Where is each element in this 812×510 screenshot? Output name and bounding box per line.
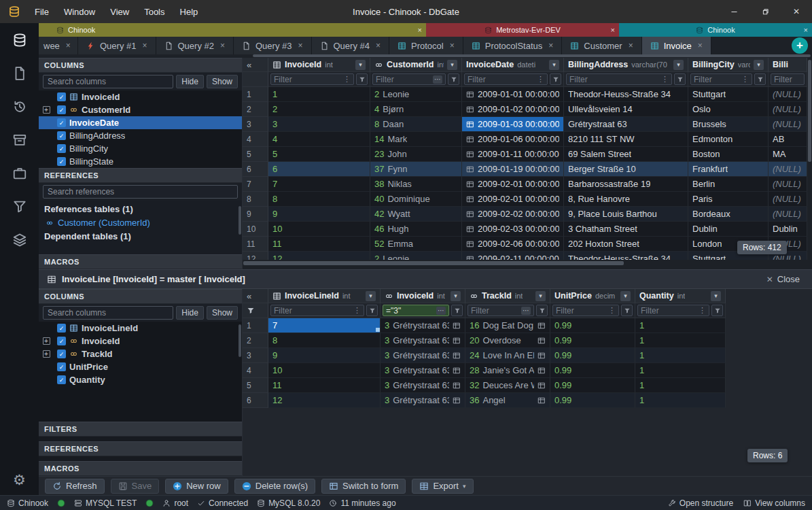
column-item-invoicedate[interactable]: ✓InvoiceDate (39, 116, 242, 129)
cell-unitprice[interactable]: 0.99 (550, 348, 635, 363)
cell-billingstate[interactable]: (NULL) (769, 102, 807, 117)
cell-unitprice[interactable]: 0.99 (550, 318, 635, 333)
checkbox-checked-icon[interactable]: ✓ (57, 157, 66, 166)
filter-input-invoiceid[interactable]: ="3"⋯ (383, 305, 449, 316)
tab-invoice[interactable]: Invoice× (642, 37, 711, 54)
cell-billingstate[interactable]: (NULL) (769, 87, 807, 102)
cell-invoiceid[interactable]: 5 (268, 147, 370, 162)
column-menu-button[interactable]: ▾ (447, 60, 457, 70)
filter-input-billi[interactable]: Filter (771, 73, 805, 85)
open-reference-icon[interactable] (537, 337, 546, 345)
tab-query-2[interactable]: Query #2× (156, 37, 234, 54)
scrollbar-thumb[interactable] (808, 60, 811, 162)
calendar-icon[interactable] (466, 180, 474, 188)
cell-billingstate[interactable]: Dublin (769, 222, 807, 237)
checkbox-checked-icon[interactable]: ✓ (57, 362, 66, 371)
cell-customerid[interactable]: 37Fynn (370, 162, 462, 177)
tab-protocolstatus[interactable]: ProtocolStatus× (463, 37, 563, 54)
tab-customer[interactable]: Customer× (562, 37, 641, 54)
cell-invoicelineid[interactable]: 8 (268, 333, 381, 348)
plugins-icon[interactable] (12, 166, 27, 181)
filter-funnel-button[interactable] (451, 305, 463, 316)
cell-customerid[interactable]: 8Daan (370, 117, 462, 132)
tab-query-4[interactable]: Query #4× (312, 37, 390, 54)
columns-section-header[interactable]: COLUMNS (39, 58, 242, 73)
clear-filter-icon[interactable] (247, 307, 255, 315)
column-item-billingaddress[interactable]: ✓BillingAddress (39, 129, 242, 142)
calendar-icon[interactable] (466, 150, 474, 158)
filter-input-billingcity[interactable]: Filter⋮ (690, 73, 752, 85)
cell-billingcity[interactable]: Paris (688, 192, 769, 207)
cell-invoiceid[interactable]: 4 (268, 132, 370, 147)
cell-billingcity[interactable]: Berlin (688, 177, 769, 192)
cell-billingcity[interactable]: Edmonton (688, 132, 769, 147)
cell-invoicedate[interactable]: 2009-01-19 00:00:00 (462, 162, 564, 177)
filter-menu-icon[interactable]: ⋮ (353, 306, 361, 315)
view-columns-button[interactable]: View columns (743, 498, 805, 508)
new-row-button[interactable]: New row (165, 479, 228, 494)
filter-menu-icon[interactable]: ⋮ (661, 75, 669, 84)
menu-window[interactable]: Window (56, 0, 103, 23)
column-item-billingcity[interactable]: ✓BillingCity (39, 142, 242, 155)
cell-billingstate[interactable]: MA (769, 147, 807, 162)
column-item-quantity[interactable]: ✓Quantity (39, 373, 242, 386)
close-icon[interactable]: × (629, 41, 633, 50)
cell-invoiceid[interactable]: 7 (268, 177, 370, 192)
cell-billingaddress[interactable]: 9, Place Louis Barthou (564, 207, 688, 222)
cell-invoicelineid[interactable]: 10 (268, 363, 381, 378)
cell-billingaddress[interactable]: Ullevålsveien 14 (564, 102, 688, 117)
filter-funnel-button[interactable] (536, 305, 548, 316)
cell-customerid[interactable]: 42Wyatt (370, 207, 462, 222)
columns-bottom-hide-button[interactable]: Hide (176, 306, 204, 320)
cell-billingaddress[interactable]: Grétrystraat 63 (564, 117, 688, 132)
expand-icon[interactable]: + (43, 337, 50, 345)
references-search-input[interactable] (43, 185, 238, 199)
cell-invoicedate[interactable]: 2009-01-06 00:00:00 (462, 132, 564, 147)
cell-invoiceid[interactable]: 3Grétrystraat 63 (381, 333, 465, 348)
cell-trackid[interactable]: 28Janie's Got A Gun (465, 363, 550, 378)
cell-billingstate[interactable]: (NULL) (769, 177, 807, 192)
cell-billingaddress[interactable]: Theodor-Heuss-Straße 34 (564, 87, 688, 102)
columns-bottom-show-button[interactable]: Show (207, 306, 238, 320)
minimize-button[interactable] (718, 0, 749, 23)
cell-trackid[interactable]: 32Deuces Are Wild (465, 378, 550, 393)
cell-billingstate[interactable]: AB (769, 132, 807, 147)
column-header-invoiceid[interactable]: InvoiceIdint▾ (268, 58, 370, 72)
expand-icon[interactable]: + (43, 106, 50, 114)
column-item-unitprice[interactable]: ✓UnitPrice (39, 360, 242, 373)
export-button[interactable]: Export▾ (412, 479, 473, 494)
calendar-icon[interactable] (466, 120, 474, 129)
close-detail-button[interactable]: ✕ Close (766, 274, 800, 284)
cell-invoicedate[interactable]: 2009-02-06 00:00:00 (462, 237, 564, 252)
filter-menu-icon[interactable]: ⋮ (699, 306, 706, 315)
cell-invoiceid[interactable]: 3 (268, 117, 370, 132)
filter-menu-icon[interactable]: ⋮ (343, 75, 351, 84)
cell-trackid[interactable]: 20Overdose (465, 333, 550, 348)
filter-input-quantity[interactable]: Filter⋮ (637, 305, 709, 316)
cell-invoicelineid[interactable]: 7 (268, 318, 381, 333)
cell-unitprice[interactable]: 0.99 (550, 393, 635, 408)
cell-invoicelineid[interactable]: 12 (268, 393, 381, 408)
filter-funnel-button[interactable] (550, 73, 561, 85)
delete-rows-button[interactable]: Delete row(s) (234, 479, 315, 494)
tab-group-2[interactable]: Metrostav-Evr-DEV× (426, 23, 619, 37)
cell-invoiceid[interactable]: 9 (268, 207, 370, 222)
open-reference-icon[interactable] (537, 381, 546, 390)
column-item-invoicelineid[interactable]: ✓InvoiceLineId (39, 322, 242, 335)
cell-invoiceid[interactable]: 3Grétrystraat 63 (381, 393, 465, 408)
filter-funnel-button[interactable] (366, 305, 378, 316)
calendar-icon[interactable] (466, 195, 474, 203)
tab-group-1[interactable]: Chinook× (39, 23, 426, 37)
tab-wee[interactable]: wee× (39, 37, 78, 54)
cell-unitprice[interactable]: 0.99 (550, 363, 635, 378)
checkbox-checked-icon[interactable]: ✓ (57, 92, 66, 101)
column-item-invoiceid[interactable]: +✓InvoiceId (39, 335, 242, 347)
cell-trackid[interactable]: 24Love In An Elevator (465, 348, 550, 363)
filter-input-customerid[interactable]: Filter⋯ (372, 73, 446, 85)
column-item-customerid[interactable]: +✓CustomerId (39, 103, 242, 116)
cell-quantity[interactable]: 1 (635, 393, 726, 408)
column-menu-button[interactable]: ▾ (535, 291, 546, 301)
menu-tools[interactable]: Tools (137, 0, 172, 23)
cell-quantity[interactable]: 1 (635, 348, 726, 363)
cell-customerid[interactable]: 46Hugh (370, 222, 462, 237)
